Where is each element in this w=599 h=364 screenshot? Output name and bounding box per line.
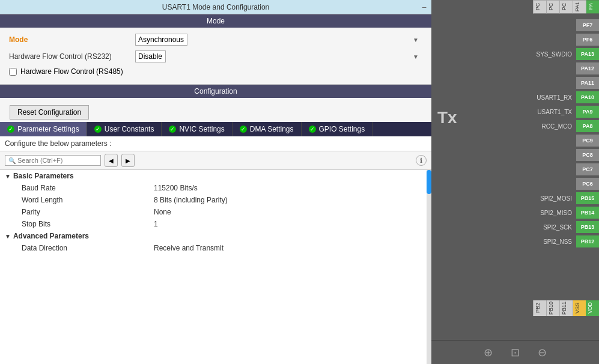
fit-view-icon[interactable]: ⊡	[511, 346, 520, 359]
window-title: USART1 Mode and Configuration	[162, 3, 270, 11]
pin-box-pf6[interactable]: PF6	[576, 34, 599, 46]
pin-func-pb14: SPI2_MISO	[533, 210, 575, 216]
title-bar: USART1 Mode and Configuration −	[0, 0, 431, 14]
tab-check-parameter: ✓	[7, 126, 14, 133]
basic-params-header[interactable]: ▼ Basic Parameters	[0, 170, 431, 182]
search-next-button[interactable]: ▶	[121, 154, 135, 167]
pin-box-pb15[interactable]: PB15	[576, 192, 599, 204]
pin-box-pa8[interactable]: PA8	[576, 120, 599, 132]
info-icon[interactable]: ℹ	[416, 155, 427, 166]
col-header-pc1: PC	[533, 0, 546, 13]
tab-check-gpio: ✓	[309, 126, 316, 133]
baud-rate-label: Baud Rate	[22, 184, 154, 192]
pin-row-pf7: PF7	[533, 18, 599, 32]
tab-gpio-settings[interactable]: ✓ GPIO Settings	[302, 122, 373, 136]
pin-box-pc7[interactable]: PC7	[576, 163, 599, 175]
baud-rate-value: 115200 Bits/s	[154, 184, 198, 192]
advanced-params-header[interactable]: ▼ Advanced Parameters	[0, 230, 431, 242]
pin-row-pa9: USART1_TX PA9	[533, 105, 599, 119]
pin-row-pb14: SPI2_MISO PB14	[533, 205, 599, 220]
pin-row-pb12: SPI2_NSS PB12	[533, 234, 599, 249]
tab-check-nvic: ✓	[169, 126, 176, 133]
col-header-pa2: PA	[586, 0, 599, 13]
bottom-col-vdd: VDD	[586, 300, 599, 316]
zoom-in-icon[interactable]: ⊕	[484, 346, 493, 359]
right-panel: PC PC PC PA1 PA Tx PF7 PF6 SYS_SWDIO PA1…	[431, 0, 599, 364]
config-subtitle: Configure the below parameters :	[0, 136, 431, 151]
pin-func-pa13: SYS_SWDIO	[533, 51, 575, 58]
bottom-col-headers: PB2 PB10 PB11 VSS VDD	[533, 300, 599, 316]
config-section: Configuration Reset Configuration ✓ Para…	[0, 85, 431, 364]
pin-box-pb12[interactable]: PB12	[576, 235, 599, 247]
tab-label-gpio: GPIO Settings	[319, 125, 365, 133]
mode-form: Mode Asynchronous Hardware Flow Control …	[0, 28, 431, 85]
search-icon: 🔍	[8, 157, 16, 164]
stop-bits-item: Stop Bits 1	[0, 218, 431, 230]
mode-section-header: Mode	[0, 14, 431, 28]
pins-container: PF7 PF6 SYS_SWDIO PA13 PA12 PA11 USART1_…	[533, 18, 599, 249]
hw-flow-rs232-select-wrapper: Disable	[135, 50, 422, 62]
col-header-pc2: PC	[546, 0, 559, 13]
pin-row-pa10: USART1_RX PA10	[533, 90, 599, 105]
scrollbar-thumb[interactable]	[427, 170, 431, 194]
pin-row-pa12: PA12	[533, 61, 599, 76]
pin-func-pa10: USART1_RX	[533, 94, 575, 101]
pin-row-pb15: SPI2_MOSI PB15	[533, 191, 599, 205]
pin-row-pa13: SYS_SWDIO PA13	[533, 47, 599, 61]
mode-select[interactable]: Asynchronous	[135, 34, 187, 46]
pin-box-pa11[interactable]: PA11	[576, 77, 599, 89]
tab-label-dma: DMA Settings	[250, 125, 294, 133]
pin-row-pa8: RCC_MCO PA8	[533, 119, 599, 133]
pin-box-pa12[interactable]: PA12	[576, 62, 599, 74]
tab-user-constants[interactable]: ✓ User Constants	[87, 122, 162, 136]
tab-nvic-settings[interactable]: ✓ NVIC Settings	[162, 122, 232, 136]
tab-parameter-settings[interactable]: ✓ Parameter Settings	[0, 122, 87, 136]
pin-box-pa13[interactable]: PA13	[576, 48, 599, 60]
bottom-col-pb11: PB11	[559, 300, 573, 316]
hw-flow-rs485-label: Hardware Flow Control (RS485)	[20, 67, 123, 76]
pin-box-pf7[interactable]: PF7	[576, 19, 599, 31]
pin-box-pc6[interactable]: PC6	[576, 178, 599, 190]
config-inner: Reset Configuration	[0, 98, 431, 122]
basic-params-arrow: ▼	[5, 173, 11, 180]
word-length-value: 8 Bits (including Parity)	[154, 196, 228, 204]
pin-box-pc8[interactable]: PC8	[576, 149, 599, 161]
close-icon[interactable]: −	[422, 2, 427, 12]
pin-row-pc7: PC7	[533, 162, 599, 177]
config-section-header: Configuration	[0, 85, 431, 98]
search-prev-button[interactable]: ◀	[105, 154, 118, 167]
pin-func-pa8: RCC_MCO	[533, 123, 575, 130]
pin-box-pb13[interactable]: PB13	[576, 221, 599, 233]
hw-flow-rs485-checkbox[interactable]	[9, 68, 17, 76]
pin-box-pb14[interactable]: PB14	[576, 207, 599, 219]
col-header-pa1: PA1	[573, 0, 586, 13]
search-input[interactable]	[17, 157, 97, 164]
params-tree: ▼ Basic Parameters Baud Rate 115200 Bits…	[0, 170, 431, 364]
tx-label: Tx	[437, 108, 457, 127]
pin-box-pa10[interactable]: PA10	[576, 91, 599, 103]
pin-box-pc9[interactable]: PC9	[576, 135, 599, 147]
hw-flow-rs232-select[interactable]: Disable	[135, 50, 166, 62]
parity-value: None	[154, 208, 171, 216]
search-bar: 🔍 ◀ ▶ ℹ	[0, 151, 431, 170]
reset-config-button[interactable]: Reset Configuration	[10, 105, 89, 120]
advanced-params-label: Advanced Parameters	[13, 232, 89, 240]
pin-diagram: PC PC PC PA1 PA Tx PF7 PF6 SYS_SWDIO PA1…	[431, 0, 599, 340]
hw-flow-rs485-row: Hardware Flow Control (RS485)	[9, 67, 422, 76]
tab-check-user: ✓	[94, 126, 102, 133]
tab-label-nvic: NVIC Settings	[179, 125, 224, 133]
mode-row: Mode Asynchronous	[9, 34, 422, 46]
data-direction-item: Data Direction Receive and Transmit	[0, 242, 431, 254]
pin-func-pa9: USART1_TX	[533, 109, 575, 115]
tab-label-parameter: Parameter Settings	[17, 125, 79, 133]
mode-label: Mode	[9, 35, 135, 44]
scrollbar-track	[427, 170, 431, 364]
tab-dma-settings[interactable]: ✓ DMA Settings	[233, 122, 302, 136]
pin-func-pb15: SPI2_MOSI	[533, 195, 575, 202]
tab-label-user: User Constants	[105, 125, 154, 133]
zoom-out-icon[interactable]: ⊖	[538, 346, 547, 359]
pin-box-pa9[interactable]: PA9	[576, 106, 599, 118]
tab-check-dma: ✓	[240, 126, 247, 133]
col-header-pc3: PC	[559, 0, 573, 13]
baud-rate-item: Baud Rate 115200 Bits/s	[0, 182, 431, 194]
